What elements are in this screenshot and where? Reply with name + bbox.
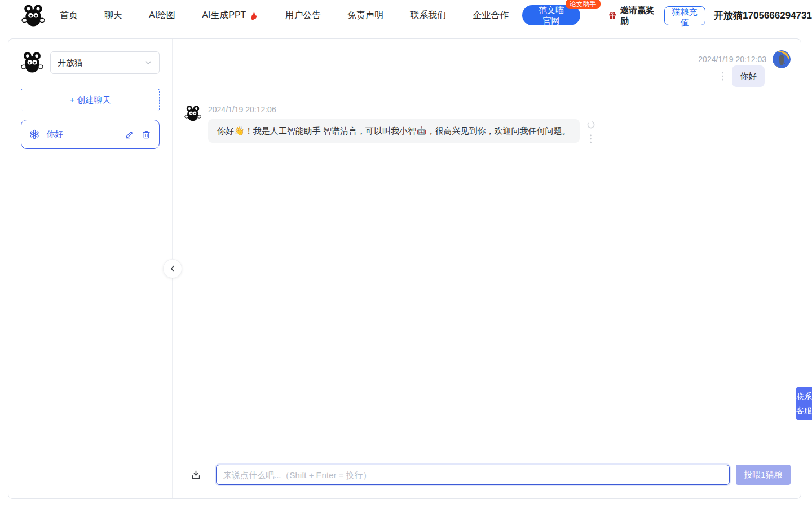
nav-home[interactable]: 首页 xyxy=(60,10,78,21)
sidebar-cat-logo-icon xyxy=(21,51,43,74)
kebab-dots-icon[interactable] xyxy=(589,134,593,144)
user-bubble-row: 你好 xyxy=(721,65,765,87)
bot-message-bubble: 你好👋！我是人工智能助手 智谱清言，可以叫我小智🤖，很高兴见到你，欢迎问我任何问… xyxy=(208,119,580,143)
paper-helper-badge: 论文助手 xyxy=(566,0,601,9)
bot-avatar xyxy=(184,105,201,122)
cat-logo-icon[interactable] xyxy=(21,4,45,28)
bot-message-timestamp: 2024/1/19 20:12:06 xyxy=(208,105,595,114)
sidebar-collapse-button[interactable] xyxy=(163,259,182,278)
composer: 投喂1猫粮 xyxy=(173,465,801,498)
nav-ai-ppt[interactable]: AI生成PPT xyxy=(202,10,258,21)
main-nav: 首页 聊天 AI绘图 AI生成PPT 用户公告 免责声明 联系我们 企业合作 xyxy=(60,10,509,21)
sidebar-header: 开放猫 xyxy=(21,51,160,74)
model-select-value: 开放猫 xyxy=(58,58,144,68)
chat-item-title: 你好 xyxy=(46,129,125,140)
create-chat-button[interactable]: + 创建聊天 xyxy=(21,89,160,111)
nav-ai-ppt-label: AI生成PPT xyxy=(202,10,246,21)
openai-icon xyxy=(29,129,39,139)
nav-notice[interactable]: 用户公告 xyxy=(285,10,321,21)
invite-reward-link[interactable]: 邀请赢奖励 xyxy=(608,5,656,27)
fanwen-wrap: 范文喵官网 论文助手 xyxy=(522,5,580,26)
chat-workspace: 开放猫 + 创建聊天 你好 xyxy=(8,38,801,499)
nav-chat[interactable]: 聊天 xyxy=(104,10,122,21)
user-message: 2024/1/19 20:12:03 xyxy=(173,50,801,87)
sidebar: 开放猫 + 创建聊天 你好 xyxy=(8,39,173,498)
nav-contact[interactable]: 联系我们 xyxy=(410,10,446,21)
bot-message-content: 2024/1/19 20:12:06 你好👋！我是人工智能助手 智谱清言，可以叫… xyxy=(208,105,595,144)
bot-bubble-row: 你好👋！我是人工智能助手 智谱清言，可以叫我小智🤖，很高兴见到你，欢迎问我任何问… xyxy=(208,119,595,144)
bot-message-actions xyxy=(586,119,595,144)
nav-cooperation[interactable]: 企业合作 xyxy=(473,10,509,21)
chat-list-item[interactable]: 你好 xyxy=(21,120,160,149)
edit-chat-icon[interactable] xyxy=(125,130,134,139)
nav-disclaimer[interactable]: 免责声明 xyxy=(347,10,383,21)
gift-icon xyxy=(608,11,616,20)
top-navbar: 首页 聊天 AI绘图 AI生成PPT 用户公告 免责声明 联系我们 企业合作 范… xyxy=(0,0,812,31)
chat-item-actions xyxy=(125,130,151,139)
message-input[interactable] xyxy=(216,465,730,485)
username: 开放猫1705666294731 xyxy=(714,9,812,22)
kebab-dots-icon[interactable] xyxy=(721,71,725,81)
invite-reward-label: 邀请赢奖励 xyxy=(620,5,656,27)
model-select[interactable]: 开放猫 xyxy=(50,51,160,74)
nav-ai-draw[interactable]: AI绘图 xyxy=(149,10,175,21)
flame-icon xyxy=(248,11,258,21)
user-message-bubble: 你好 xyxy=(732,65,765,87)
bot-message: 2024/1/19 20:12:06 你好👋！我是人工智能助手 智谱清言，可以叫… xyxy=(184,105,801,144)
user-message-timestamp: 2024/1/19 20:12:03 xyxy=(698,55,766,64)
chevron-left-icon xyxy=(169,265,176,273)
refresh-icon[interactable] xyxy=(586,120,595,129)
chevron-down-icon xyxy=(144,59,152,67)
delete-chat-icon[interactable] xyxy=(142,130,151,139)
message-list: 2024/1/19 20:12:03 xyxy=(173,39,801,465)
chat-panel: 2024/1/19 20:12:03 xyxy=(173,39,801,498)
contact-support-tab[interactable]: 联系客服 xyxy=(796,387,812,420)
user-avatar xyxy=(773,50,791,68)
send-button[interactable]: 投喂1猫粮 xyxy=(736,465,791,485)
navbar-right: 范文喵官网 论文助手 邀请赢奖励 猫粮充值 开放猫1705666294731 xyxy=(522,5,812,27)
recharge-button[interactable]: 猫粮充值 xyxy=(664,6,706,25)
download-icon[interactable] xyxy=(191,470,201,480)
